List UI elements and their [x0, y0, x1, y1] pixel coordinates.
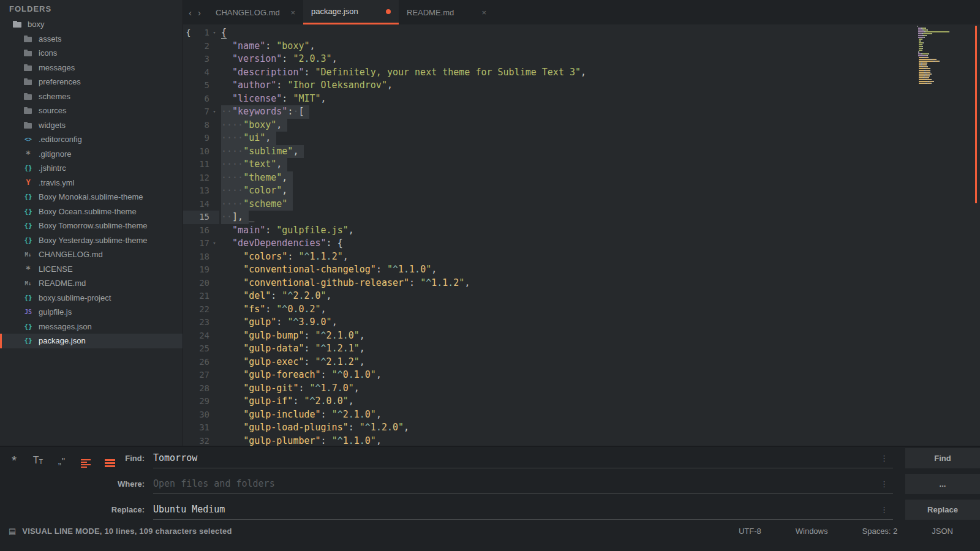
tab-close-icon[interactable]: × — [481, 8, 486, 17]
code-line-16[interactable]: 16 "main": "gulpfile.js", — [183, 224, 980, 238]
code-line-25[interactable]: 25 "gulp-data": "^1.2.1", — [183, 342, 980, 356]
find-options-kebab-icon[interactable]: ⋮ — [880, 454, 888, 463]
code-line-4[interactable]: 4 "description": "Definitely, your next … — [183, 66, 980, 80]
sidebar-item-messages-json[interactable]: {}messages.json — [0, 320, 183, 334]
code-line-31[interactable]: 31 "gulp-load-plugins": "^1.2.0", — [183, 421, 980, 435]
code-line-14[interactable]: 14····"scheme" — [183, 198, 980, 211]
tab-label: CHANGELOG.md — [216, 8, 280, 17]
sidebar-item--travis-yml[interactable]: Y.travis.yml — [0, 176, 183, 190]
code-line-10[interactable]: 10····"sublime", — [183, 145, 980, 159]
sidebar-item-changelog-md[interactable]: M↓CHANGELOG.md — [0, 247, 183, 262]
sidebar-item-widgets[interactable]: widgets — [0, 118, 183, 133]
sidebar-item-boxy-tomorrow-sublime-theme[interactable]: {}Boxy Tomorrow.sublime-theme — [0, 219, 183, 233]
gutter-bracket-icon — [183, 184, 194, 198]
code-line-18[interactable]: 18 "colors": "^1.1.2", — [183, 250, 980, 264]
code-line-11[interactable]: 11····"text", — [183, 158, 980, 171]
tab-next-icon[interactable]: › — [196, 7, 203, 18]
sidebar-item-gulpfile-js[interactable]: JSgulpfile.js — [0, 305, 183, 320]
code-editor[interactable]: {1▾{2 "name": "boxy",3 "version": "2.0.3… — [183, 24, 980, 446]
code-line-19[interactable]: 19 "conventional-changelog": "^1.1.0", — [183, 263, 980, 277]
encoding-status[interactable]: UTF-8 — [739, 527, 761, 536]
sidebar-item-boxy-monokai-sublime-theme[interactable]: {}Boxy Monokai.sublime-theme — [0, 190, 183, 204]
sidebar-item--jshintrc[interactable]: {}.jshintrc — [0, 161, 183, 176]
find-button[interactable]: Find — [905, 448, 980, 468]
sidebar-item-readme-md[interactable]: M↓README.md — [0, 276, 183, 291]
fold-arrow-icon[interactable]: ▾ — [209, 26, 219, 40]
replace-options-kebab-icon[interactable]: ⋮ — [880, 505, 888, 514]
sidebar-item-package-json[interactable]: {}package.json — [0, 334, 183, 348]
find-value[interactable]: Tomorrow — [153, 452, 197, 463]
code-line-3[interactable]: 3 "version": "2.0.3", — [183, 53, 980, 66]
tab-close-icon[interactable]: × — [290, 8, 295, 17]
code-token — [221, 304, 243, 315]
minimap[interactable] — [917, 26, 952, 87]
code-line-30[interactable]: 30 "gulp-include": "^2.1.0", — [183, 408, 980, 422]
code-line-29[interactable]: 29 "gulp-if": "^2.0.0", — [183, 395, 980, 408]
code-line-7[interactable]: 7▾··"keywords":·[ — [183, 105, 980, 119]
where-input[interactable]: Open files and folders⋮ — [153, 474, 893, 494]
code-line-5[interactable]: 5 "author": "Ihor Oleksandrov", — [183, 79, 980, 92]
replace-value[interactable]: Ubuntu Medium — [153, 504, 225, 515]
code-line-20[interactable]: 20 "conventional-github-releaser": "^1.1… — [183, 277, 980, 290]
sidebar-item--editorconfig[interactable]: <>.editorconfig — [0, 132, 183, 147]
sidebar-item-label: widgets — [39, 121, 66, 130]
line-endings-status[interactable]: Windows — [796, 527, 828, 536]
code-token: " — [354, 343, 360, 354]
where-value[interactable]: Open files and folders — [153, 478, 275, 489]
sidebar-item-boxy-sublime-project[interactable]: {}boxy.sublime-project — [0, 291, 183, 305]
code-line-22[interactable]: 22 "fs": "^0.0.2", — [183, 303, 980, 317]
code-line-32[interactable]: 32 "gulp-plumber": "^1.1.0", — [183, 435, 980, 446]
code-text: ····"color", — [219, 184, 293, 198]
line-number: 2 — [194, 40, 209, 53]
code-line-15[interactable]: 15··],_ — [183, 211, 980, 224]
sidebar-item-assets[interactable]: assets — [0, 32, 183, 47]
sidebar-item-boxy-yesterday-sublime-theme[interactable]: {}Boxy Yesterday.sublime-theme — [0, 233, 183, 248]
sidebar-item-license[interactable]: *LICENSE — [0, 262, 183, 277]
tab-readme-md[interactable]: README.md× — [399, 0, 494, 24]
code-line-23[interactable]: 23 "gulp": "^3.9.0", — [183, 316, 980, 329]
tab-changelog-md[interactable]: CHANGELOG.md× — [208, 0, 303, 24]
code-text: "description": "Definitely, your next th… — [219, 66, 586, 80]
fold-arrow-icon[interactable]: ▾ — [209, 105, 219, 119]
sidebar-item--gitignore[interactable]: *.gitignore — [0, 147, 183, 162]
indentation-status[interactable]: Spaces: 2 — [862, 527, 898, 536]
find-input[interactable]: Tomorrow⋮ — [153, 448, 893, 468]
code-line-21[interactable]: 21 "del": "^2.2.0", — [183, 290, 980, 303]
sidebar-item-icons[interactable]: icons — [0, 46, 183, 61]
minimap-seg — [919, 77, 923, 78]
replace-input[interactable]: Ubuntu Medium⋮ — [153, 500, 893, 520]
code-line-6[interactable]: 6 "license": "MIT", — [183, 92, 980, 106]
minimap-line — [917, 81, 952, 82]
code-line-17[interactable]: 17▾ "devDependencies": { — [183, 237, 980, 250]
fold-arrow-icon[interactable]: ▾ — [209, 237, 219, 250]
where-button[interactable]: ... — [905, 474, 980, 494]
sidebar-item-sources[interactable]: sources — [0, 103, 183, 118]
sidebar-item-messages[interactable]: messages — [0, 61, 183, 75]
sidebar-item-schemes[interactable]: schemes — [0, 89, 183, 104]
code-line-9[interactable]: 9····"ui", — [183, 132, 980, 145]
modified-dot-icon[interactable] — [386, 9, 391, 14]
where-options-kebab-icon[interactable]: ⋮ — [880, 479, 888, 489]
code-line-8[interactable]: 8····"boxy", — [183, 119, 980, 132]
replace-button[interactable]: Replace — [905, 500, 980, 520]
sidebar-item-boxy-ocean-sublime-theme[interactable]: {}Boxy Ocean.sublime-theme — [0, 204, 183, 219]
tab-package-json[interactable]: package.json — [303, 0, 399, 24]
code-text: "fs": "^0.0.2", — [219, 303, 326, 317]
code-line-1[interactable]: {1▾{ — [183, 26, 980, 40]
code-token: , — [343, 251, 349, 262]
tab-prev-icon[interactable]: ‹ — [187, 7, 194, 18]
code-line-26[interactable]: 26 "gulp-exec": "^2.1.2", — [183, 356, 980, 369]
code-token: "text" — [243, 159, 276, 170]
code-line-27[interactable]: 27 "gulp-foreach": "^0.1.0", — [183, 369, 980, 382]
scrollbar[interactable] — [975, 26, 977, 203]
code-line-28[interactable]: 28 "gulp-git": "^1.7.0", — [183, 382, 980, 395]
sidebar-item-boxy[interactable]: boxy — [0, 17, 183, 32]
code-token: "Definitely, your next theme for Sublime… — [315, 67, 581, 78]
syntax-status[interactable]: JSON — [932, 527, 953, 536]
sidebar-item-preferences[interactable]: preferences — [0, 75, 183, 89]
code-line-2[interactable]: 2 "name": "boxy", — [183, 40, 980, 53]
code-token: "gulp-include" — [243, 409, 320, 420]
code-line-24[interactable]: 24 "gulp-bump": "^2.1.0", — [183, 329, 980, 343]
code-line-13[interactable]: 13····"color", — [183, 184, 980, 198]
code-line-12[interactable]: 12····"theme", — [183, 171, 980, 185]
